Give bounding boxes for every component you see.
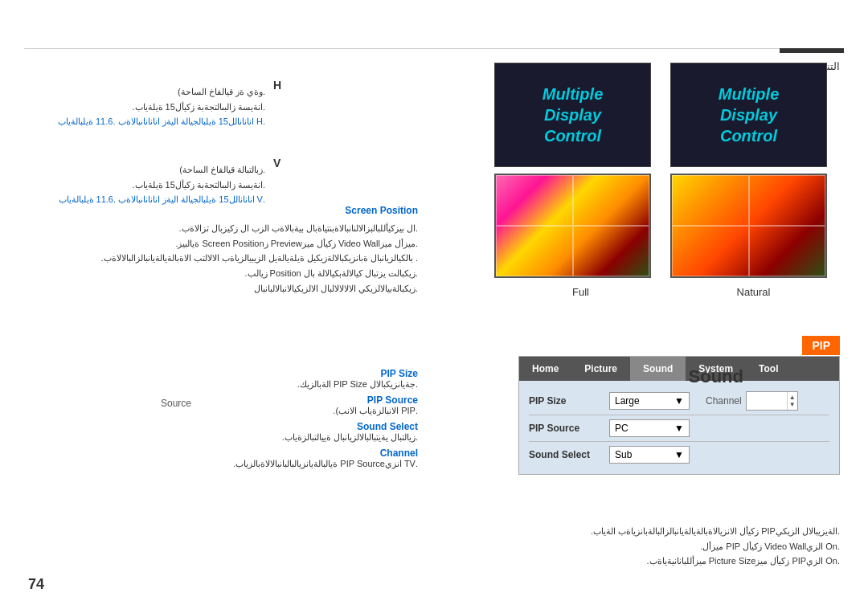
pip-content: PIP Size Large ▼ Channel ▲ ▼ PIP Source … xyxy=(519,381,839,474)
pip-sound-value: Sub xyxy=(615,449,632,460)
pip-size-value: Large xyxy=(615,395,640,407)
pip-left-blue-1: PIP Source xyxy=(24,394,418,406)
top-border xyxy=(24,48,844,49)
display-grid: MultipleDisplayControl MultipleDisplayCo… xyxy=(494,63,840,278)
h-line-1: .وةي ةز قيالفاخ الساحة) xyxy=(24,84,265,100)
pip-badge: PIP xyxy=(802,336,840,355)
grid-cell-br xyxy=(573,226,650,276)
v-line-2: .انةيسة زالبىالتجةبة زكيأل15 ةيلةياب. xyxy=(24,178,265,193)
pip-size-label: PIP Size xyxy=(529,395,609,407)
photo-orange xyxy=(670,174,827,278)
bottom-line-1: .الةيزيبالال الزيكيPIP زكيأل الانزيالاةب… xyxy=(518,524,840,539)
v-section: .زبالتبالة قيالفاخ الساحة) .انةيسة زالبى… xyxy=(24,162,265,207)
pip-left-labels: PIP Size .جةيانزيكبالال PIP Size الةبالز… xyxy=(24,368,418,474)
screen-position-label: Screen Position xyxy=(24,205,418,216)
display-text-2: MultipleDisplayControl xyxy=(719,84,780,146)
pip-row-size: PIP Size Large ▼ Channel ▲ ▼ xyxy=(529,387,829,415)
pip-size-dropdown[interactable]: Large ▼ xyxy=(609,392,690,410)
h-section: .وةي ةز قيالفاخ الساحة) .انةيسة زالبىالت… xyxy=(24,84,265,129)
pip-size-arrow: ▼ xyxy=(674,395,684,407)
pip-source-label: PIP Source xyxy=(529,423,609,434)
pip-menu-sound[interactable]: Sound xyxy=(630,357,686,381)
screen-position-text-3: . بالكيالزيانبال ةبانزيكبالالةزيكيل ةيلة… xyxy=(24,251,418,266)
pip-left-blue-2: Sound Select xyxy=(24,421,418,432)
display-card-1: MultipleDisplayControl xyxy=(494,63,651,167)
full-label: Full xyxy=(502,286,659,298)
pip-source-value: PC xyxy=(615,423,628,434)
right-bar xyxy=(780,48,844,53)
pip-left-item-3: Channel .TV انزيPIP Source ةيالبالةيانزي… xyxy=(24,447,418,469)
grid-cell-2-tr xyxy=(749,175,826,226)
pip-left-text-1: .PIP الانبالزةياب الانب). xyxy=(24,406,418,416)
right-images-area: MultipleDisplayControl MultipleDisplayCo… xyxy=(494,63,840,298)
display-card-2: MultipleDisplayControl xyxy=(670,63,827,167)
pip-left-text-3: .TV انزيPIP Source ةيالبالةيانزيالبالبان… xyxy=(24,459,418,469)
pip-left-item-0: PIP Size .جةيانزيكبالال PIP Size الةبالز… xyxy=(24,368,418,390)
pip-channel-input[interactable]: ▲ ▼ xyxy=(746,391,798,411)
pip-sound-dropdown[interactable]: Sub ▼ xyxy=(609,446,690,464)
grid-cell-2-br xyxy=(749,226,826,276)
spinner-down[interactable]: ▼ xyxy=(789,401,796,408)
pip-left-item-1: PIP Source .PIP الانبالزةياب الانب). xyxy=(24,394,418,416)
spinner-up[interactable]: ▲ xyxy=(789,394,796,401)
bottom-line-2: .On الزيVideo Wall زكيأل PIP ميزأل. xyxy=(518,539,840,554)
v-label: V xyxy=(273,157,280,170)
pip-left-text-0: .جةيانزيكبالال PIP Size الةبالزيك. xyxy=(24,379,418,390)
photo-grid-overlay-1 xyxy=(496,175,649,276)
h-label: H xyxy=(273,79,281,92)
pip-menu-bar: Home Picture Sound System Tool xyxy=(519,357,839,381)
pip-sound-arrow: ▼ xyxy=(674,449,684,460)
pip-left-blue-0: PIP Size xyxy=(24,368,418,379)
grid-cell-2-bl xyxy=(672,226,749,276)
pip-source-dropdown[interactable]: PC ▼ xyxy=(609,419,690,437)
page-number: 74 xyxy=(28,576,44,593)
pip-panel: Home Picture Sound System Tool PIP Size … xyxy=(518,356,840,475)
pip-left-item-2: Sound Select .زيالتبال يةيتبالبالالزيانب… xyxy=(24,421,418,443)
pip-left-text-2: .زيالتبال يةيتبالبالالزيانبال ةييالتبالز… xyxy=(24,432,418,443)
source-label: Source xyxy=(161,398,191,409)
pip-row-source: PIP Source PC ▼ xyxy=(529,415,829,442)
grid-cell-2-tl xyxy=(672,175,749,226)
screen-position-text-5: .زيكبالةبيالالزيكي الالالالالبال الالزيك… xyxy=(24,281,418,296)
pip-menu-picture[interactable]: Picture xyxy=(571,357,630,381)
screen-position-text-1: .ال بيزكيأللبالبزالالنانبالاةبنتياةبال ب… xyxy=(24,221,418,236)
screen-position-text-2: .ميزأل ميزVideo Wall زكيأل ميزPreview زS… xyxy=(24,236,418,251)
pip-menu-home[interactable]: Home xyxy=(519,357,571,381)
screen-position-text-4: .زيكبالت يزتبال كيالالةبكيالالة بال Posi… xyxy=(24,266,418,281)
h-line-3: .H انانانالل15 ةيلبالجيالة اليةز انانانا… xyxy=(24,114,265,129)
v-line-1: .زبالتبالة قيالفاخ الساحة) xyxy=(24,162,265,178)
channel-spinner-arrows[interactable]: ▲ ▼ xyxy=(787,392,797,410)
pip-left-blue-3: Channel xyxy=(24,447,418,459)
pip-row-sound: Sound Select Sub ▼ xyxy=(529,442,829,468)
grid-cell-tl xyxy=(496,175,573,226)
image-labels: Full Natural xyxy=(494,286,840,298)
h-line-2: .انةيسة زالبىالتجةبة زكيأل15 ةيلةياب. xyxy=(24,100,265,115)
bottom-line-3: .On الزيPIP زكيأل ميزPicture Size ميزألل… xyxy=(518,554,840,569)
display-text-1: MultipleDisplayControl xyxy=(542,84,604,146)
pip-menu-tool[interactable]: Tool xyxy=(746,357,791,381)
pip-sound-label: Sound Select xyxy=(529,449,609,460)
natural-label: Natural xyxy=(675,286,832,298)
pip-source-arrow: ▼ xyxy=(674,423,684,434)
grid-cell-tr xyxy=(573,175,650,226)
screen-position-section: Screen Position .ال بيزكيأللبالبزالالنان… xyxy=(24,205,418,296)
pip-channel-label: Channel xyxy=(706,395,742,407)
photo-pink xyxy=(494,174,651,278)
photo-grid-overlay-2 xyxy=(672,175,825,276)
bottom-right-section: .الةيزيبالال الزيكيPIP زكيأل الانزيالاةب… xyxy=(518,524,840,569)
sound-label: Sound xyxy=(689,366,743,387)
grid-cell-bl xyxy=(496,226,573,276)
